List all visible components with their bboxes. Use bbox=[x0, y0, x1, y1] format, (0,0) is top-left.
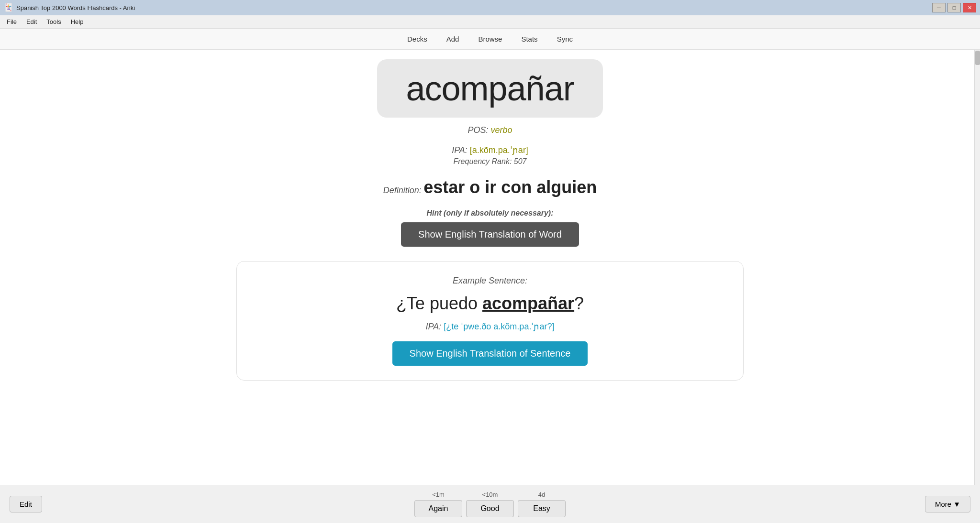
definition-value: estar o ir con alguien bbox=[423, 177, 597, 197]
title-bar: 🃏 Spanish Top 2000 Words Flashcards - An… bbox=[0, 0, 980, 15]
hint-label: Hint (only if absolutely necessary): bbox=[427, 209, 554, 218]
app-icon: 🃏 bbox=[4, 3, 13, 12]
show-sentence-translation-button[interactable]: Show English Translation of Sentence bbox=[392, 341, 588, 366]
good-group: <10m Good bbox=[466, 491, 514, 517]
nav-browse[interactable]: Browse bbox=[468, 32, 512, 46]
again-button[interactable]: Again bbox=[414, 500, 462, 517]
nav-toolbar: Decks Add Browse Stats Sync bbox=[0, 29, 980, 50]
good-button[interactable]: Good bbox=[466, 500, 514, 517]
sentence-ipa-label: IPA: bbox=[426, 322, 442, 331]
freq-value: 507 bbox=[514, 157, 527, 165]
easy-group: 4d Easy bbox=[518, 491, 566, 517]
menu-help[interactable]: Help bbox=[66, 16, 89, 27]
show-word-translation-button[interactable]: Show English Translation of Word bbox=[401, 222, 579, 247]
good-time: <10m bbox=[482, 491, 498, 498]
pos-label: POS: bbox=[468, 125, 488, 135]
more-label: More bbox=[935, 500, 951, 508]
title-bar-controls: ─ □ ✕ bbox=[932, 3, 976, 12]
close-button[interactable]: ✕ bbox=[963, 3, 976, 12]
pos-line: POS: verbo bbox=[468, 125, 512, 135]
menu-edit[interactable]: Edit bbox=[22, 16, 42, 27]
again-group: <1m Again bbox=[414, 491, 462, 517]
menu-bar: File Edit Tools Help bbox=[0, 15, 980, 29]
bottom-bar: Edit <1m Again <10m Good 4d Easy More ▼ bbox=[0, 485, 980, 523]
main-content: acompañar POS: verbo IPA: [a.kõm.pa.ˈɲar… bbox=[0, 50, 980, 485]
chevron-down-icon: ▼ bbox=[953, 500, 960, 508]
ipa-line: IPA: [a.kõm.pa.ˈɲar] bbox=[452, 145, 528, 155]
scrollbar-thumb bbox=[975, 51, 980, 65]
menu-file[interactable]: File bbox=[2, 16, 22, 27]
easy-time: 4d bbox=[538, 491, 545, 498]
definition-container: Definition: estar o ir con alguien bbox=[383, 177, 597, 197]
definition-label: Definition: bbox=[383, 185, 422, 195]
more-button[interactable]: More ▼ bbox=[925, 496, 970, 512]
scrollbar[interactable] bbox=[974, 50, 980, 485]
example-card: Example Sentence: ¿Te puedo acompañar? I… bbox=[236, 261, 744, 381]
title-bar-left: 🃏 Spanish Top 2000 Words Flashcards - An… bbox=[4, 3, 135, 12]
example-label: Example Sentence: bbox=[453, 276, 527, 286]
sentence-before: ¿Te puedo bbox=[396, 294, 482, 313]
ipa-value: [a.kõm.pa.ˈɲar] bbox=[470, 145, 528, 155]
again-time: <1m bbox=[432, 491, 445, 498]
edit-button[interactable]: Edit bbox=[10, 496, 42, 512]
menu-tools[interactable]: Tools bbox=[42, 16, 66, 27]
nav-add[interactable]: Add bbox=[437, 32, 469, 46]
word-card: acompañar bbox=[377, 59, 602, 118]
freq-label: Frequency Rank: bbox=[454, 157, 512, 165]
restore-button[interactable]: □ bbox=[947, 3, 961, 12]
window-title: Spanish Top 2000 Words Flashcards - Anki bbox=[16, 4, 135, 11]
word-display: acompañar bbox=[406, 69, 574, 108]
sentence-after: ? bbox=[574, 294, 584, 313]
nav-decks[interactable]: Decks bbox=[398, 32, 437, 46]
pos-value: verbo bbox=[491, 125, 512, 135]
minimize-button[interactable]: ─ bbox=[932, 3, 946, 12]
sentence-ipa-line: IPA: [¿te ˈpwe.ðo a.kõm.pa.ˈɲar?] bbox=[426, 321, 555, 332]
easy-button[interactable]: Easy bbox=[518, 500, 566, 517]
nav-stats[interactable]: Stats bbox=[512, 32, 547, 46]
nav-sync[interactable]: Sync bbox=[547, 32, 582, 46]
sentence-highlight: acompañar bbox=[482, 294, 574, 313]
ipa-label: IPA: bbox=[452, 145, 468, 155]
frequency-line: Frequency Rank: 507 bbox=[454, 157, 527, 166]
example-sentence: ¿Te puedo acompañar? bbox=[396, 294, 584, 314]
sentence-ipa-value: [¿te ˈpwe.ðo a.kõm.pa.ˈɲar?] bbox=[444, 322, 554, 331]
